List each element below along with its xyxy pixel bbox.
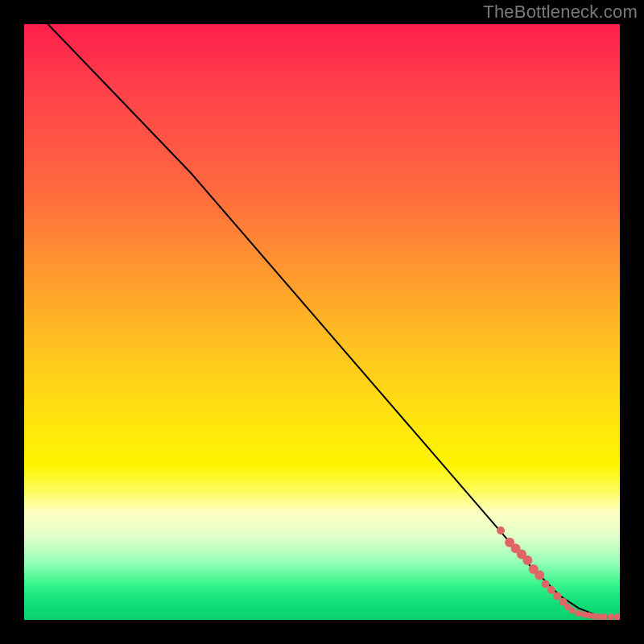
data-point	[575, 610, 581, 617]
plot-area	[24, 24, 620, 620]
data-point	[522, 555, 532, 565]
data-point	[542, 580, 550, 588]
bottleneck-curve	[48, 24, 620, 617]
data-point	[553, 592, 561, 600]
watermark-label: TheBottleneck.com	[483, 2, 638, 23]
data-point	[569, 607, 576, 613]
data-point	[601, 613, 608, 620]
data-point	[547, 586, 555, 594]
bottleneck-points	[497, 526, 620, 620]
data-point	[535, 571, 544, 580]
data-point	[608, 613, 614, 620]
chart-container: TheBottleneck.com	[0, 0, 644, 644]
chart-overlay	[24, 24, 620, 620]
data-point	[497, 526, 505, 535]
